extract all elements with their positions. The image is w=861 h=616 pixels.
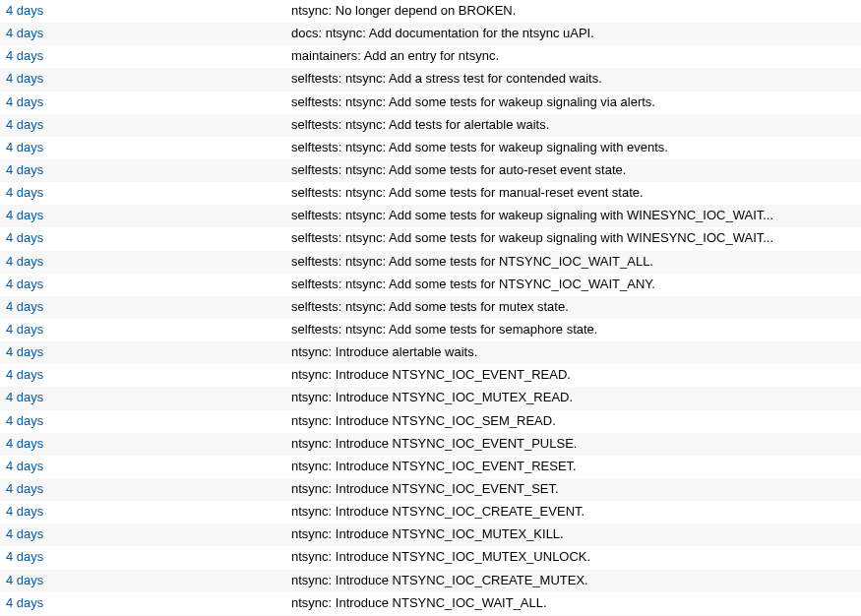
commit-message-cell: selftests: ntsync: Add some tests for wa…	[285, 227, 861, 250]
commit-age-cell: 4 days	[0, 387, 285, 409]
commit-age-cell: 4 days	[0, 546, 285, 569]
commit-message-link[interactable]: selftests: ntsync: Add some tests for mu…	[291, 299, 569, 314]
commit-age-link[interactable]: 4 days	[6, 3, 43, 18]
commit-message-link[interactable]: ntsync: Introduce NTSYNC_IOC_EVENT_SET.	[291, 481, 559, 496]
commit-age-link[interactable]: 4 days	[6, 277, 43, 291]
commit-age-link[interactable]: 4 days	[6, 504, 43, 519]
commit-message-link[interactable]: maintainers: Add an entry for ntsync.	[291, 48, 499, 63]
commit-message-link[interactable]: ntsync: Introduce NTSYNC_IOC_MUTEX_UNLOC…	[291, 549, 590, 564]
commit-message-link[interactable]: selftests: ntsync: Add tests for alertab…	[291, 117, 549, 132]
commit-age-link[interactable]: 4 days	[6, 413, 43, 428]
commit-message-link[interactable]: selftests: ntsync: Add some tests for ma…	[291, 185, 644, 200]
commit-row: 4 daysselftests: ntsync: Add tests for a…	[0, 114, 861, 137]
commit-message-cell: ntsync: Introduce NTSYNC_IOC_WAIT_ALL.	[285, 592, 861, 615]
commit-age-cell: 4 days	[0, 92, 285, 114]
commit-row: 4 daysselftests: ntsync: Add some tests …	[0, 182, 861, 205]
commit-message-link[interactable]: selftests: ntsync: Add some tests for wa…	[291, 230, 773, 245]
commit-message-link[interactable]: ntsync: Introduce NTSYNC_IOC_WAIT_ALL.	[291, 595, 547, 610]
commit-row: 4 daysntsync: Introduce NTSYNC_IOC_EVENT…	[0, 456, 861, 478]
commit-message-link[interactable]: docs: ntsync: Add documentation for the …	[291, 26, 594, 40]
commit-age-link[interactable]: 4 days	[6, 573, 43, 587]
commit-message-cell: selftests: ntsync: Add a stress test for…	[285, 68, 861, 91]
commit-age-link[interactable]: 4 days	[6, 549, 43, 564]
commit-age-link[interactable]: 4 days	[6, 367, 43, 382]
commit-age-cell: 4 days	[0, 274, 285, 296]
commit-row: 4 daysselftests: ntsync: Add some tests …	[0, 159, 861, 182]
commit-age-link[interactable]: 4 days	[6, 140, 43, 154]
commit-message-link[interactable]: ntsync: Introduce NTSYNC_IOC_EVENT_PULSE…	[291, 436, 577, 451]
commit-age-link[interactable]: 4 days	[6, 230, 43, 245]
commit-age-cell: 4 days	[0, 45, 285, 68]
commit-message-link[interactable]: selftests: ntsync: Add some tests for wa…	[291, 208, 773, 222]
commit-row: 4 daysselftests: ntsync: Add some tests …	[0, 137, 861, 159]
commit-age-cell: 4 days	[0, 524, 285, 546]
commit-message-link[interactable]: ntsync: Introduce NTSYNC_IOC_CREATE_EVEN…	[291, 504, 584, 519]
commit-message-cell: ntsync: Introduce NTSYNC_IOC_MUTEX_READ.	[285, 387, 861, 409]
commit-age-link[interactable]: 4 days	[6, 595, 43, 610]
commit-age-link[interactable]: 4 days	[6, 162, 43, 177]
commit-row: 4 daysntsync: No longer depend on BROKEN…	[0, 0, 861, 23]
commit-message-link[interactable]: selftests: ntsync: Add some tests for NT…	[291, 277, 655, 291]
commit-age-link[interactable]: 4 days	[6, 254, 43, 269]
commit-message-link[interactable]: selftests: ntsync: Add some tests for au…	[291, 162, 626, 177]
commit-message-cell: ntsync: Introduce NTSYNC_IOC_EVENT_SET.	[285, 478, 861, 501]
commit-message-link[interactable]: selftests: ntsync: Add some tests for se…	[291, 322, 597, 337]
commit-age-cell: 4 days	[0, 570, 285, 592]
commit-age-cell: 4 days	[0, 296, 285, 319]
commit-row: 4 daysselftests: ntsync: Add some tests …	[0, 92, 861, 114]
commit-age-link[interactable]: 4 days	[6, 322, 43, 337]
commit-message-link[interactable]: selftests: ntsync: Add a stress test for…	[291, 71, 602, 86]
commit-row: 4 daysselftests: ntsync: Add some tests …	[0, 319, 861, 341]
commit-message-link[interactable]: ntsync: Introduce NTSYNC_IOC_CREATE_MUTE…	[291, 573, 588, 587]
commit-age-link[interactable]: 4 days	[6, 436, 43, 451]
commit-message-link[interactable]: selftests: ntsync: Add some tests for NT…	[291, 254, 653, 269]
commit-message-cell: ntsync: Introduce NTSYNC_IOC_EVENT_READ.	[285, 364, 861, 387]
commit-message-cell: ntsync: Introduce NTSYNC_IOC_SEM_READ.	[285, 410, 861, 433]
commit-message-cell: ntsync: Introduce NTSYNC_IOC_MUTEX_UNLOC…	[285, 546, 861, 569]
commit-row: 4 daysntsync: Introduce NTSYNC_IOC_SEM_R…	[0, 410, 861, 433]
commit-age-link[interactable]: 4 days	[6, 459, 43, 473]
commit-age-cell: 4 days	[0, 456, 285, 478]
commit-row: 4 daysntsync: Introduce NTSYNC_IOC_MUTEX…	[0, 387, 861, 409]
commit-message-cell: selftests: ntsync: Add tests for alertab…	[285, 114, 861, 137]
commit-age-link[interactable]: 4 days	[6, 185, 43, 200]
commit-message-link[interactable]: selftests: ntsync: Add some tests for wa…	[291, 94, 655, 109]
commit-message-link[interactable]: ntsync: Introduce NTSYNC_IOC_MUTEX_KILL.	[291, 526, 564, 541]
commit-age-cell: 4 days	[0, 205, 285, 227]
commit-age-link[interactable]: 4 days	[6, 299, 43, 314]
commit-age-cell: 4 days	[0, 23, 285, 45]
commit-age-link[interactable]: 4 days	[6, 48, 43, 63]
commit-row: 4 daysntsync: Introduce NTSYNC_IOC_EVENT…	[0, 364, 861, 387]
commit-age-cell: 4 days	[0, 68, 285, 91]
commit-message-cell: selftests: ntsync: Add some tests for wa…	[285, 137, 861, 159]
commit-age-link[interactable]: 4 days	[6, 26, 43, 40]
commit-age-link[interactable]: 4 days	[6, 94, 43, 109]
commit-row: 4 daysmaintainers: Add an entry for ntsy…	[0, 45, 861, 68]
commit-row: 4 daysselftests: ntsync: Add some tests …	[0, 227, 861, 250]
commit-message-link[interactable]: ntsync: Introduce alertable waits.	[291, 344, 477, 359]
commit-row: 4 daysntsync: Introduce NTSYNC_IOC_EVENT…	[0, 478, 861, 501]
commit-message-cell: selftests: ntsync: Add some tests for mu…	[285, 296, 861, 319]
commit-message-cell: selftests: ntsync: Add some tests for NT…	[285, 274, 861, 296]
commit-age-link[interactable]: 4 days	[6, 208, 43, 222]
commit-age-link[interactable]: 4 days	[6, 481, 43, 496]
commit-message-cell: selftests: ntsync: Add some tests for ma…	[285, 182, 861, 205]
commit-row: 4 daysntsync: Introduce NTSYNC_IOC_WAIT_…	[0, 592, 861, 615]
commit-message-link[interactable]: ntsync: Introduce NTSYNC_IOC_EVENT_RESET…	[291, 459, 577, 473]
commit-age-link[interactable]: 4 days	[6, 117, 43, 132]
commit-age-cell: 4 days	[0, 478, 285, 501]
commit-row: 4 daysselftests: ntsync: Add some tests …	[0, 205, 861, 227]
commit-message-link[interactable]: ntsync: Introduce NTSYNC_IOC_EVENT_READ.	[291, 367, 571, 382]
commit-age-link[interactable]: 4 days	[6, 526, 43, 541]
commit-age-cell: 4 days	[0, 137, 285, 159]
commit-age-cell: 4 days	[0, 433, 285, 456]
commit-log-table: 4 daysntsync: No longer depend on BROKEN…	[0, 0, 861, 616]
commit-message-link[interactable]: ntsync: Introduce NTSYNC_IOC_SEM_READ.	[291, 413, 556, 428]
commit-age-link[interactable]: 4 days	[6, 71, 43, 86]
commit-row: 4 daysselftests: ntsync: Add some tests …	[0, 296, 861, 319]
commit-age-link[interactable]: 4 days	[6, 390, 43, 404]
commit-message-link[interactable]: ntsync: Introduce NTSYNC_IOC_MUTEX_READ.	[291, 390, 573, 404]
commit-message-link[interactable]: ntsync: No longer depend on BROKEN.	[291, 3, 516, 18]
commit-age-link[interactable]: 4 days	[6, 344, 43, 359]
commit-message-link[interactable]: selftests: ntsync: Add some tests for wa…	[291, 140, 668, 154]
